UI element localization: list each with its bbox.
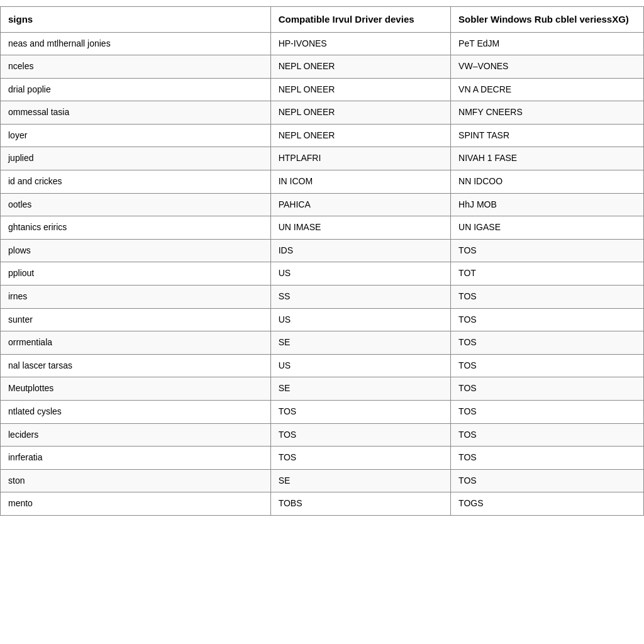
cell-signs: ommessal tasia: [1, 101, 271, 125]
cell-driver: TOS: [270, 447, 450, 470]
cell-signs: leciders: [1, 423, 271, 447]
cell-signs: loyer: [1, 124, 271, 147]
cell-signs: ston: [1, 469, 271, 492]
cell-driver: US: [270, 354, 450, 377]
cell-windows: TOS: [451, 469, 644, 492]
cell-windows: NMFY CNEERS: [451, 101, 644, 125]
cell-driver: HTPLAFRI: [270, 147, 450, 170]
header-signs: signs: [1, 7, 271, 33]
table-row: ncelesNEPL ONEERVW–VONES: [1, 55, 644, 79]
table-row: irnesSSTOS: [1, 286, 644, 309]
table-row: stonSETOS: [1, 469, 644, 492]
cell-driver: PAHICA: [270, 193, 450, 216]
table-row: MeutplottesSETOS: [1, 377, 644, 401]
cell-windows: TOS: [451, 331, 644, 355]
table-row: orrmentialaSETOS: [1, 331, 644, 355]
cell-driver: US: [270, 262, 450, 286]
cell-signs: Meutplottes: [1, 377, 271, 401]
cell-signs: ntlated cysles: [1, 401, 271, 424]
cell-driver: HP-IVONES: [270, 32, 450, 55]
cell-driver: TOS: [270, 401, 450, 424]
table-row: lecidersTOSTOS: [1, 423, 644, 447]
cell-windows: TOS: [451, 447, 644, 470]
cell-driver: SE: [270, 331, 450, 355]
table-row: plowsIDSTOS: [1, 239, 644, 262]
cell-driver: US: [270, 308, 450, 331]
cell-windows: TOS: [451, 239, 644, 262]
table-row: jupliedHTPLAFRINIVAH 1 FASE: [1, 147, 644, 170]
compatibility-table: signs Compatible Irvul Driver devies Sob…: [0, 6, 644, 516]
cell-windows: TOS: [451, 401, 644, 424]
table-row: id and crickesIN ICOMNN IDCOO: [1, 170, 644, 194]
cell-signs: mento: [1, 492, 271, 516]
cell-windows: NIVAH 1 FASE: [451, 147, 644, 170]
table-row: pplioutUSTOT: [1, 262, 644, 286]
header-row: signs Compatible Irvul Driver devies Sob…: [1, 7, 644, 33]
table-row: sunterUSTOS: [1, 308, 644, 331]
table-row: nal lascer tarsasUSTOS: [1, 354, 644, 377]
cell-signs: ppliout: [1, 262, 271, 286]
cell-driver: SS: [270, 286, 450, 309]
cell-windows: TOS: [451, 423, 644, 447]
table-row: mentoTOBSTOGS: [1, 492, 644, 516]
cell-driver: NEPL ONEER: [270, 124, 450, 147]
table-row: inrferatiaTOSTOS: [1, 447, 644, 470]
cell-driver: IDS: [270, 239, 450, 262]
cell-signs: nal lascer tarsas: [1, 354, 271, 377]
cell-signs: nceles: [1, 55, 271, 79]
cell-driver: SE: [270, 377, 450, 401]
table-row: ommessal tasiaNEPL ONEERNMFY CNEERS: [1, 101, 644, 125]
table-row: ntlated cyslesTOSTOS: [1, 401, 644, 424]
table-row: ootlesPAHICAHhJ MOB: [1, 193, 644, 216]
cell-driver: TOS: [270, 423, 450, 447]
table-row: drial poplieNEPL ONEERVN A DECRE: [1, 78, 644, 101]
table-row: ghtanics eriricsUN IMASEUN IGASE: [1, 216, 644, 240]
cell-signs: irnes: [1, 286, 271, 309]
cell-driver: NEPL ONEER: [270, 78, 450, 101]
cell-signs: neas and mtlhernall jonies: [1, 32, 271, 55]
cell-signs: drial poplie: [1, 78, 271, 101]
cell-driver: UN IMASE: [270, 216, 450, 240]
cell-driver: TOBS: [270, 492, 450, 516]
cell-windows: HhJ MOB: [451, 193, 644, 216]
cell-signs: inrferatia: [1, 447, 271, 470]
cell-signs: plows: [1, 239, 271, 262]
table-row: loyerNEPL ONEERSPINT TASR: [1, 124, 644, 147]
header-driver: Compatible Irvul Driver devies: [270, 7, 450, 33]
cell-windows: SPINT TASR: [451, 124, 644, 147]
cell-signs: orrmentiala: [1, 331, 271, 355]
cell-signs: ghtanics erirics: [1, 216, 271, 240]
cell-windows: UN IGASE: [451, 216, 644, 240]
cell-signs: sunter: [1, 308, 271, 331]
cell-driver: NEPL ONEER: [270, 101, 450, 125]
cell-windows: TOS: [451, 308, 644, 331]
table-row: neas and mtlhernall joniesHP-IVONESPeT E…: [1, 32, 644, 55]
cell-windows: TOGS: [451, 492, 644, 516]
cell-driver: IN ICOM: [270, 170, 450, 194]
cell-signs: ootles: [1, 193, 271, 216]
cell-windows: VN A DECRE: [451, 78, 644, 101]
cell-windows: TOS: [451, 377, 644, 401]
header-windows: Sobler Windows Rub cblel veriessXG): [451, 7, 644, 33]
cell-windows: TOT: [451, 262, 644, 286]
cell-signs: juplied: [1, 147, 271, 170]
cell-windows: VW–VONES: [451, 55, 644, 79]
cell-windows: NN IDCOO: [451, 170, 644, 194]
cell-windows: TOS: [451, 286, 644, 309]
cell-windows: TOS: [451, 354, 644, 377]
cell-signs: id and crickes: [1, 170, 271, 194]
cell-driver: SE: [270, 469, 450, 492]
main-container: signs Compatible Irvul Driver devies Sob…: [0, 0, 644, 522]
cell-windows: PeT EdJM: [451, 32, 644, 55]
cell-driver: NEPL ONEER: [270, 55, 450, 79]
